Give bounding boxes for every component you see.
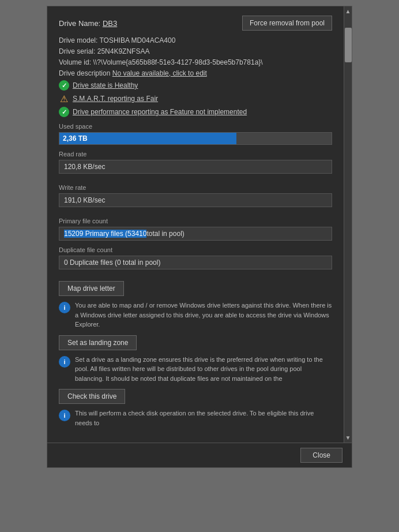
write-rate-field[interactable] <box>59 193 332 207</box>
read-rate-field[interactable] <box>59 160 332 174</box>
scrollbar[interactable]: ▲ ▼ <box>344 6 352 443</box>
drive-description-label: Drive description <box>59 69 110 77</box>
check-drive-info-box: i This will perform a check disk operati… <box>59 409 332 428</box>
drive-name-value[interactable]: DB3 <box>103 19 117 28</box>
map-drive-button[interactable]: Map drive letter <box>59 281 124 296</box>
drive-serial-line: Drive serial: 25N4K9ZNFSAA <box>59 47 332 55</box>
performance-status: ✓ Drive performance reporting as Feature… <box>59 107 332 117</box>
performance-link[interactable]: Drive performance reporting as Feature n… <box>73 108 247 116</box>
drive-description-value[interactable]: No value available, click to edit <box>112 69 207 77</box>
volume-id-value: \\?\Volume{a565b88f-51e3-4127-98d3-5bee5… <box>93 58 262 66</box>
scroll-up-arrow[interactable]: ▲ <box>344 6 353 16</box>
smart-status: ⚠ S.M.A.R.T. reporting as Fair <box>59 93 332 104</box>
landing-zone-info-text: Set a drive as a landing zone ensures th… <box>75 355 332 384</box>
read-rate-label: Read rate <box>59 151 332 158</box>
primary-file-count-label: Primary file count <box>59 218 332 224</box>
volume-id-line: Volume id: \\?\Volume{a565b88f-51e3-4127… <box>59 58 332 66</box>
check-drive-info-text: This will perform a check disk operation… <box>75 409 332 428</box>
dialog-footer: Close <box>47 443 352 467</box>
duplicate-file-count-label: Duplicate file count <box>59 246 332 253</box>
check-drive-info-icon: i <box>59 410 70 421</box>
map-drive-info-icon: i <box>59 302 70 313</box>
smart-link[interactable]: S.M.A.R.T. reporting as Fair <box>73 95 158 103</box>
check-drive-button[interactable]: Check this drive <box>59 389 125 404</box>
dialog-header: Drive Name: DB3 Force removal from pool <box>59 16 332 31</box>
drive-state-status: ✓ Drive state is Healthy <box>59 80 332 91</box>
drive-name-label: Drive Name: <box>59 19 100 28</box>
write-rate-label: Write rate <box>59 184 332 191</box>
primary-file-highlighted: 15209 Primary files (53410 <box>64 230 146 238</box>
map-drive-info-box: i You are able to map and / or remove Wi… <box>59 301 332 329</box>
used-space-bar: 2,36 TB <box>59 132 332 145</box>
landing-zone-info-box: i Set a drive as a landing zone ensures … <box>59 355 332 384</box>
drive-name-field: Drive Name: DB3 <box>59 19 117 28</box>
check-icon-drive-state: ✓ <box>59 80 69 91</box>
used-space-fill: 2,36 TB <box>59 133 236 144</box>
scrollbar-thumb[interactable] <box>345 28 352 62</box>
drive-model-label: Drive model: <box>59 36 97 44</box>
primary-file-count-field: 15209 Primary files (53410 total in pool… <box>59 227 332 241</box>
drive-model-value: TOSHIBA MD04ACA400 <box>99 36 175 44</box>
warning-icon-smart: ⚠ <box>59 93 69 104</box>
drive-model-line: Drive model: TOSHIBA MD04ACA400 <box>59 36 332 44</box>
scroll-down-arrow[interactable]: ▼ <box>344 433 353 443</box>
duplicate-file-count-field[interactable] <box>59 256 332 269</box>
landing-zone-info-icon: i <box>59 356 70 368</box>
dialog-content: Drive Name: DB3 Force removal from pool … <box>47 6 344 443</box>
drive-serial-value: 25N4K9ZNFSAA <box>97 47 150 55</box>
map-drive-info-text: You are able to map and / or remove Wind… <box>75 301 332 329</box>
drive-state-link[interactable]: Drive state is Healthy <box>73 81 138 89</box>
close-button[interactable]: Close <box>300 448 342 463</box>
force-remove-button[interactable]: Force removal from pool <box>242 16 332 31</box>
check-icon-performance: ✓ <box>59 107 69 117</box>
used-space-label: Used space <box>59 123 332 130</box>
landing-zone-button[interactable]: Set as landing zone <box>59 335 137 350</box>
volume-id-label: Volume id: <box>59 58 91 66</box>
drive-info-dialog: Drive Name: DB3 Force removal from pool … <box>47 6 352 468</box>
drive-serial-label: Drive serial: <box>59 47 95 55</box>
primary-file-rest: total in pool) <box>146 230 184 238</box>
drive-description-line: Drive description No value available, cl… <box>59 69 332 77</box>
used-space-value: 2,36 TB <box>63 134 88 143</box>
